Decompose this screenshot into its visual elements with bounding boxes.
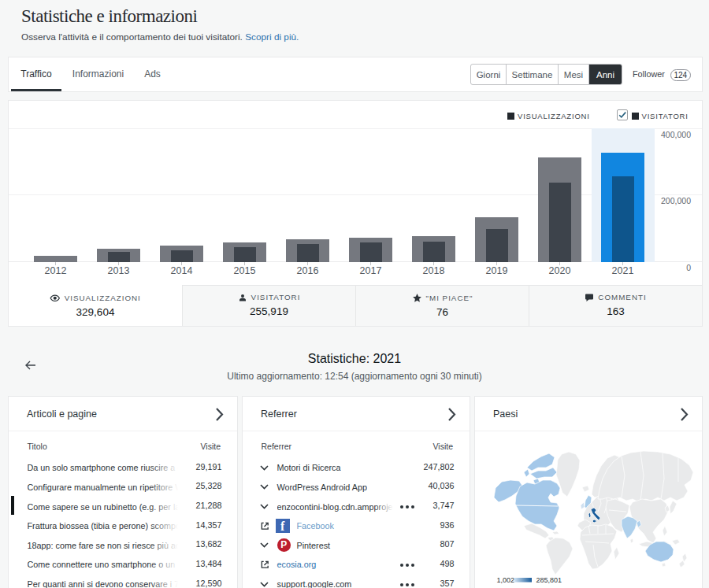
svg-text:285,801: 285,801 <box>536 576 562 584</box>
svg-text:1,002: 1,002 <box>497 576 515 584</box>
